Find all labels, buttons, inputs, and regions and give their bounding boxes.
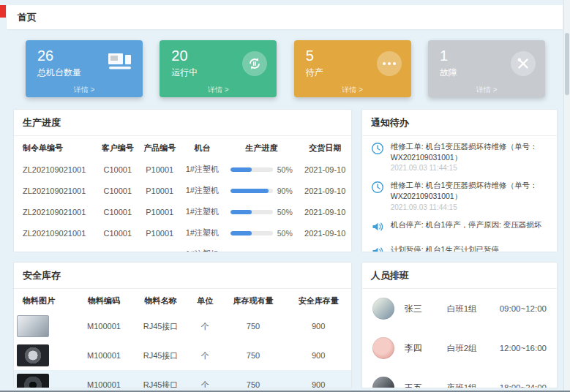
material-image-cell [14,370,76,388]
speaker-icon [371,219,384,236]
stat-card-waiting[interactable]: 5 待产 详情 > [294,40,411,97]
material-code: M100001 [76,341,132,370]
detail-link[interactable]: 详情 > [294,85,411,95]
machine: 1#注塑机 [181,201,224,222]
delivery-date: 2021-09-10 [299,222,351,244]
topbar: 首页 [7,5,563,29]
panel-title: 生产进度 [14,110,351,136]
col-material-code: 物料编码 [76,289,132,312]
delivery-date: 2021-09-10 [299,159,351,180]
staff-name: 李四 [405,342,447,355]
material-image-cell [14,341,76,370]
material-name: RJ45接口 [132,312,190,341]
notice-time: 2021.09.03 11:44:15 [391,203,548,211]
order-no: ZL202109021001 [14,244,97,252]
production-row: ZL202109021001 C10001 P10001 1#注塑机 50% 2… [14,201,351,222]
stock-qty: 750 [220,341,285,370]
stock-qty: 750 [220,370,285,388]
staff-row: 李四 白班2组 12:00~16:00 [362,328,557,368]
safety-qty: 900 [286,312,351,341]
machine: 1#注塑机 [181,244,224,252]
material-image-cell [14,312,76,341]
progress-label: 50% [277,165,293,174]
stock-qty: 750 [220,312,285,341]
progress-cell: 50% [224,244,299,252]
col-safety-qty: 安全库存量 [286,289,351,312]
machine: 1#注塑机 [181,180,224,201]
staff-schedule-panel: 人员排班 张三 白班1组 09:00~12:00 李四 白班2组 12:00~1… [361,262,558,388]
stat-cards: 26 总机台数量 详情 > 20 运行中 [26,40,545,97]
machine: 1#注塑机 [181,159,224,180]
safety-qty: 900 [286,370,351,388]
clock-icon [371,141,384,172]
progress-cell: 90% [224,180,299,201]
ellipsis-icon [377,51,402,76]
notice-time: 2021.09.03 11:44:15 [391,164,548,172]
stat-card-running[interactable]: 20 运行中 详情 > [160,40,277,97]
progress-bar [230,231,273,235]
delivery-date: 2021-09-10 [299,201,351,222]
order-no: ZL202109021001 [14,180,97,201]
detail-link[interactable]: 详情 > [428,85,545,95]
col-product-no: 产品编号 [138,136,180,159]
safety-qty: 900 [286,341,351,370]
customer-no: C10001 [97,244,138,252]
product-no: P10001 [138,244,180,252]
notice-text: 计划暂停: 机台1生产计划已暂停 [391,244,499,252]
staff-time: 18:00~24:00 [500,383,547,388]
col-order-no: 制令单编号 [14,136,97,159]
progress-bar [230,167,273,172]
notice-text: 维修工单: 机台1变压器损坏待维修（单号：WX202109031001） [391,180,548,201]
production-table: 制令单编号 客户编号 产品编号 机台 生产进度 交货日期 ZL202109021… [14,136,351,252]
customer-no: C10001 [97,201,138,222]
col-material-name: 物料名称 [132,289,190,312]
running-icon [242,51,267,76]
clock-icon [371,180,384,211]
progress-cell: 50% [224,222,299,244]
notices-panel: 通知待办 维修工单: 机台1变压器损坏待维修（单号：WX202109031001… [361,109,558,252]
round-connector-image [17,344,49,366]
main-content: 生产进度 制令单编号 客户编号 产品编号 机台 生产进度 交货日期 [13,109,558,388]
staff-row: 王五 夜班1组 18:00~24:00 [362,368,557,388]
stat-card-fault[interactable]: 1 故障 详情 > [428,40,545,97]
col-material-image: 物料图片 [14,289,76,312]
avatar [372,298,394,320]
progress-label: 50% [277,250,293,252]
avatar [372,377,394,388]
notice-item[interactable]: 维修工单: 机台1变压器损坏待维修（单号：WX202109031001） 202… [362,136,557,175]
unit: 个 [190,370,220,388]
staff-name: 王五 [405,382,447,389]
inventory-row: M100001 RJ45接口 个 750 900 [14,370,351,388]
col-stock-qty: 库存现有量 [220,289,285,312]
progress-label: 50% [277,229,293,238]
material-code: M100001 [76,370,132,388]
notice-item[interactable]: 维修工单: 机台1变压器损坏待维修（单号：WX202109031001） 202… [362,175,557,214]
delivery-date: 2021-09-10 [299,180,351,201]
customer-no: C10001 [97,180,138,201]
page-title: 首页 [18,11,37,24]
order-no: ZL202109021001 [14,201,97,222]
order-no: ZL202109021001 [14,159,97,180]
detail-link[interactable]: 详情 > [26,85,143,95]
customer-no: C10001 [97,222,138,244]
vertical-scrollbar[interactable] [563,0,570,391]
col-customer-no: 客户编号 [97,136,138,159]
notice-text: 机台停产: 机台1停产，停产原因: 变压器损坏 [391,219,542,230]
progress-bar [230,189,273,193]
col-machine: 机台 [181,136,224,159]
safety-inventory-panel: 安全库存 物料图片 物料编码 物料名称 单位 库存现有量 安全库存量 [13,262,352,388]
progress-bar [230,210,273,214]
col-delivery-date: 交货日期 [299,136,351,159]
avatar [372,337,394,359]
notice-item[interactable]: 机台停产: 机台1停产，停产原因: 变压器损坏 [362,214,557,239]
detail-link[interactable]: 详情 > [160,85,277,95]
scrollbar-thumb[interactable] [565,33,569,95]
tools-icon [511,51,536,76]
production-row: ZL202109021001 C10001 P10001 1#注塑机 90% 2… [14,180,351,201]
production-row: ZL202109021001 C10001 P10001 1#注塑机 50% 2… [14,222,351,244]
speaker-part-image [17,374,49,388]
speaker-icon [371,244,384,252]
notice-item[interactable]: 计划暂停: 机台1生产计划已暂停 2021.09.03 11:44:15 [362,239,557,252]
stat-card-total-machines[interactable]: 26 总机台数量 详情 > [26,40,143,97]
inventory-row: M100001 RJ45接口 个 750 900 [14,312,351,341]
